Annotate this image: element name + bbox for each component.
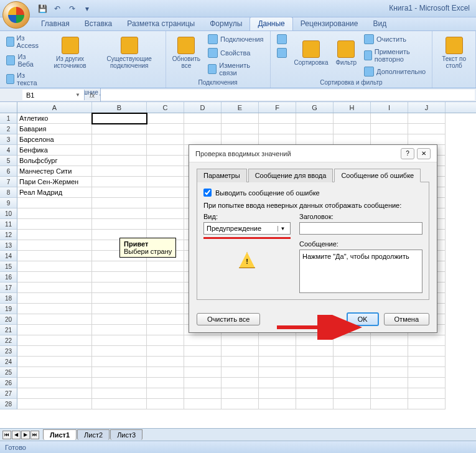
sheet-last-icon[interactable]: ⏭ [30, 431, 39, 439]
office-button[interactable] [2, 1, 30, 29]
cell[interactable] [17, 219, 92, 230]
cell[interactable] [222, 134, 259, 145]
cell[interactable] [259, 367, 296, 378]
cell[interactable] [147, 283, 184, 293]
cell[interactable] [296, 346, 334, 357]
cell[interactable] [147, 388, 184, 399]
tab-data[interactable]: Данные [250, 17, 292, 30]
column-header[interactable]: E [222, 102, 259, 113]
cell[interactable] [334, 378, 371, 388]
cell[interactable] [184, 399, 222, 409]
cell[interactable] [184, 388, 222, 399]
cell[interactable]: Барселона [17, 134, 92, 145]
cell[interactable] [408, 367, 446, 378]
row-header[interactable]: 11 [0, 219, 17, 230]
fx-label[interactable]: fx [85, 88, 101, 101]
cell[interactable] [92, 293, 147, 304]
column-header[interactable]: I [371, 102, 408, 113]
tab-formulas[interactable]: Формулы [202, 17, 250, 30]
cell[interactable] [184, 367, 222, 378]
sort-az-button[interactable] [274, 33, 289, 45]
properties-button[interactable]: Свойства [205, 47, 266, 59]
qat-dropdown-icon[interactable]: ▾ [81, 2, 93, 15]
column-header[interactable]: J [408, 102, 446, 113]
cell[interactable] [17, 367, 92, 378]
name-box[interactable]: B1 ▼ [22, 90, 85, 100]
formula-input[interactable] [101, 90, 475, 100]
cell[interactable] [334, 124, 371, 134]
cell[interactable] [296, 357, 334, 367]
cell[interactable] [259, 399, 296, 409]
cell[interactable] [17, 198, 92, 208]
cell[interactable] [17, 208, 92, 219]
cell[interactable] [147, 156, 184, 166]
save-icon[interactable]: 💾 [36, 2, 49, 15]
cell[interactable] [92, 335, 147, 346]
row-header[interactable]: 1 [0, 113, 17, 124]
row-header[interactable]: 22 [0, 335, 17, 346]
cell[interactable] [147, 187, 184, 198]
row-header[interactable]: 23 [0, 346, 17, 357]
cell[interactable] [147, 166, 184, 177]
cell[interactable] [222, 388, 259, 399]
cell[interactable] [296, 367, 334, 378]
cell[interactable] [259, 134, 296, 145]
sheet-tab-3[interactable]: Лист3 [110, 429, 142, 440]
cell[interactable]: Вольфсбург [17, 156, 92, 166]
cell[interactable]: Бавария [17, 124, 92, 134]
edit-links-button[interactable]: Изменить связи [205, 60, 266, 78]
row-header[interactable]: 24 [0, 357, 17, 367]
row-header[interactable]: 13 [0, 240, 17, 251]
row-header[interactable]: 5 [0, 156, 17, 166]
cell[interactable]: Манчестер Сити [17, 166, 92, 177]
cell[interactable] [222, 346, 259, 357]
cell[interactable] [408, 378, 446, 388]
column-header[interactable]: C [147, 102, 184, 113]
cell[interactable]: Атлетико [17, 113, 92, 124]
cell[interactable] [92, 388, 147, 399]
cell[interactable] [147, 272, 184, 283]
cell[interactable] [92, 124, 147, 134]
cell[interactable] [92, 198, 147, 208]
tab-insert[interactable]: Вставка [77, 17, 120, 30]
cell[interactable] [92, 399, 147, 409]
cell[interactable] [408, 113, 446, 124]
filter-button[interactable]: Фильтр [333, 33, 359, 73]
cell[interactable] [147, 293, 184, 304]
cell[interactable] [92, 325, 147, 335]
cell[interactable] [147, 304, 184, 314]
row-header[interactable]: 17 [0, 283, 17, 293]
cell[interactable] [259, 113, 296, 124]
cell[interactable] [371, 124, 408, 134]
cell[interactable]: Бенфика [17, 145, 92, 156]
other-sources-button[interactable]: Из других источников [45, 33, 94, 73]
sheet-tab-1[interactable]: Лист1 [43, 429, 77, 440]
tab-page-layout[interactable]: Разметка страницы [119, 17, 202, 30]
cell[interactable]: ▼ [92, 113, 147, 124]
cell[interactable] [408, 346, 446, 357]
cell[interactable] [184, 124, 222, 134]
cell[interactable] [334, 367, 371, 378]
dialog-tab-error-msg[interactable]: Сообщение об ошибке [334, 169, 421, 182]
cell[interactable] [92, 378, 147, 388]
cell[interactable] [147, 145, 184, 156]
cell[interactable] [371, 378, 408, 388]
cell[interactable] [408, 134, 446, 145]
cell[interactable] [259, 378, 296, 388]
cell[interactable] [92, 208, 147, 219]
close-button[interactable]: ✕ [417, 148, 431, 159]
row-header[interactable]: 10 [0, 208, 17, 219]
cell[interactable] [371, 357, 408, 367]
select-all-corner[interactable] [0, 102, 17, 113]
cell[interactable] [296, 388, 334, 399]
cell[interactable] [222, 367, 259, 378]
row-header[interactable]: 8 [0, 187, 17, 198]
cell[interactable] [17, 251, 92, 261]
cell[interactable] [17, 335, 92, 346]
cell[interactable] [334, 357, 371, 367]
cell[interactable] [17, 304, 92, 314]
row-header[interactable]: 18 [0, 293, 17, 304]
cell[interactable] [147, 367, 184, 378]
cell[interactable] [92, 314, 147, 325]
cell[interactable] [147, 314, 184, 325]
